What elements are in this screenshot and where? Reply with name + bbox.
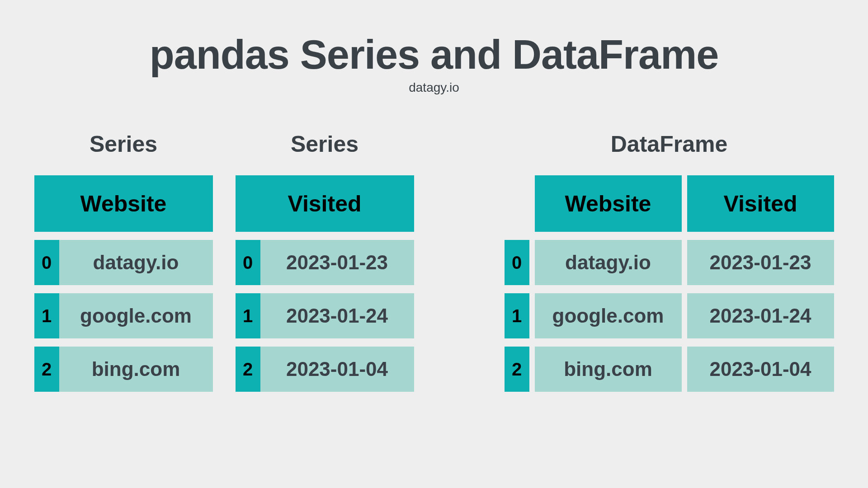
series1-label: Series bbox=[90, 131, 157, 157]
df-header-website: Website bbox=[535, 175, 682, 232]
value-cell: bing.com bbox=[59, 347, 213, 392]
series2-block: Visited 0 2023-01-23 1 2023-01-24 2 2023… bbox=[236, 175, 414, 392]
series2-label: Series bbox=[291, 131, 359, 157]
series1-row: 1 google.com bbox=[34, 293, 213, 338]
main-title: pandas Series and DataFrame bbox=[150, 32, 719, 78]
value-cell: 2023-01-04 bbox=[260, 347, 414, 392]
series1-row: 2 bing.com bbox=[34, 347, 213, 392]
index-cell: 2 bbox=[34, 347, 59, 392]
value-cell: datagy.io bbox=[59, 240, 213, 285]
value-cell: google.com bbox=[59, 293, 213, 338]
series1-header: Website bbox=[34, 175, 213, 232]
df-row: 0 datagy.io 2023-01-23 bbox=[505, 240, 834, 285]
dataframe-block: Website Visited 0 datagy.io 2023-01-23 1… bbox=[505, 175, 834, 392]
spacer bbox=[437, 131, 482, 392]
series2-row: 1 2023-01-24 bbox=[236, 293, 414, 338]
index-cell: 0 bbox=[34, 240, 59, 285]
df-header-visited: Visited bbox=[687, 175, 834, 232]
series2-header: Visited bbox=[236, 175, 414, 232]
value-cell: datagy.io bbox=[535, 240, 682, 285]
value-cell: 2023-01-23 bbox=[260, 240, 414, 285]
index-cell: 1 bbox=[34, 293, 59, 338]
df-row: 2 bing.com 2023-01-04 bbox=[505, 347, 834, 392]
value-cell: google.com bbox=[535, 293, 682, 338]
value-cell: 2023-01-24 bbox=[260, 293, 414, 338]
index-cell: 0 bbox=[505, 240, 529, 285]
dataframe-column: DataFrame Website Visited 0 datagy.io 20… bbox=[505, 131, 834, 392]
index-cell: 1 bbox=[236, 293, 260, 338]
dataframe-label: DataFrame bbox=[611, 131, 727, 157]
index-cell: 2 bbox=[505, 347, 529, 392]
value-cell: 2023-01-23 bbox=[687, 240, 834, 285]
index-cell: 2 bbox=[236, 347, 260, 392]
columns-container: Series Website 0 datagy.io 1 google.com … bbox=[0, 131, 868, 392]
value-cell: 2023-01-24 bbox=[687, 293, 834, 338]
series1-column: Series Website 0 datagy.io 1 google.com … bbox=[34, 131, 213, 392]
value-cell: bing.com bbox=[535, 347, 682, 392]
series1-block: Website 0 datagy.io 1 google.com 2 bing.… bbox=[34, 175, 213, 392]
df-header-row: Website Visited bbox=[535, 175, 834, 232]
df-row: 1 google.com 2023-01-24 bbox=[505, 293, 834, 338]
series1-row: 0 datagy.io bbox=[34, 240, 213, 285]
series2-row: 2 2023-01-04 bbox=[236, 347, 414, 392]
value-cell: 2023-01-04 bbox=[687, 347, 834, 392]
index-cell: 0 bbox=[236, 240, 260, 285]
series2-row: 0 2023-01-23 bbox=[236, 240, 414, 285]
subtitle: datagy.io bbox=[409, 80, 459, 95]
series2-column: Series Visited 0 2023-01-23 1 2023-01-24… bbox=[236, 131, 414, 392]
index-cell: 1 bbox=[505, 293, 529, 338]
